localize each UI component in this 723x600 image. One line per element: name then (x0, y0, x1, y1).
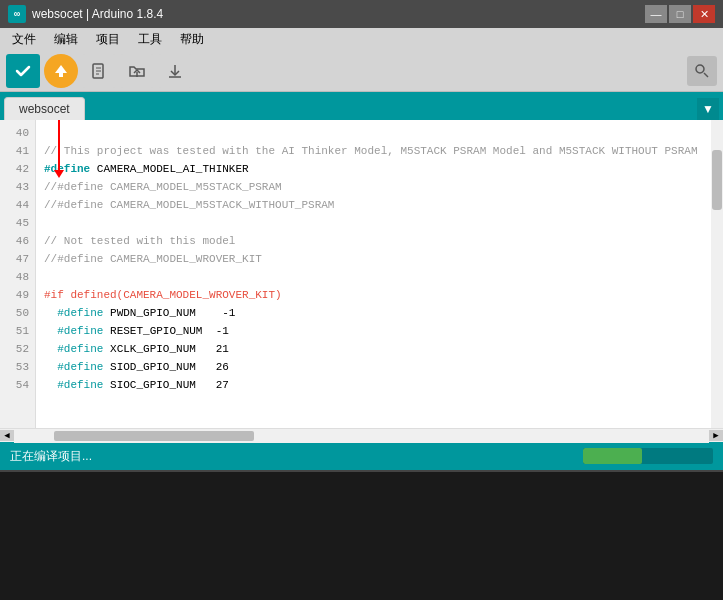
new-file-icon (90, 62, 108, 80)
serial-console[interactable] (0, 470, 723, 600)
menu-edit[interactable]: 编辑 (46, 29, 86, 50)
code-line-47: //#define CAMERA_MODEL_WROVER_KIT (44, 250, 715, 268)
save-icon (166, 62, 184, 80)
scrollbar-track-horizontal[interactable] (14, 429, 709, 443)
search-button[interactable] (687, 56, 717, 86)
menu-file[interactable]: 文件 (4, 29, 44, 50)
verify-button[interactable] (6, 54, 40, 88)
code-line-48 (44, 268, 715, 286)
open-file-icon (128, 62, 146, 80)
scroll-right-button[interactable]: ▶ (709, 430, 723, 441)
close-button[interactable]: ✕ (693, 5, 715, 23)
code-line-42: #define CAMERA_MODEL_AI_THINKER (44, 160, 715, 178)
code-line-41: // This project was tested with the AI T… (44, 142, 715, 160)
tab-bar: websocet ▼ (0, 92, 723, 120)
toolbar (0, 50, 723, 92)
scrollbar-thumb-vertical[interactable] (712, 150, 722, 210)
svg-point-8 (696, 65, 704, 73)
code-line-44: //#define CAMERA_MODEL_M5STACK_WITHOUT_P… (44, 196, 715, 214)
upload-button[interactable] (44, 54, 78, 88)
app-icon: ∞ (8, 5, 26, 23)
check-icon (14, 62, 32, 80)
code-line-49: #if defined(CAMERA_MODEL_WROVER_KIT) (44, 286, 715, 304)
code-line-52: #define XCLK_GPIO_NUM 21 (44, 340, 715, 358)
window-title: websocet | Arduino 1.8.4 (32, 7, 639, 21)
minimize-button[interactable]: — (645, 5, 667, 23)
svg-marker-0 (55, 65, 67, 77)
code-line-45 (44, 214, 715, 232)
scrollbar-thumb-horizontal[interactable] (54, 431, 254, 441)
menu-help[interactable]: 帮助 (172, 29, 212, 50)
tab-websocet[interactable]: websocet (4, 97, 85, 120)
code-line-50: #define PWDN_GPIO_NUM -1 (44, 304, 715, 322)
maximize-button[interactable]: □ (669, 5, 691, 23)
scroll-left-button[interactable]: ◀ (0, 430, 14, 441)
code-line-43: //#define CAMERA_MODEL_M5STACK_PSRAM (44, 178, 715, 196)
vertical-scrollbar[interactable] (711, 120, 723, 428)
open-button[interactable] (120, 54, 154, 88)
code-line-40 (44, 124, 715, 142)
compile-progress-fill (583, 448, 642, 464)
code-editor[interactable]: // This project was tested with the AI T… (36, 120, 723, 428)
editor-container: 40 41 42 43 44 45 46 47 48 49 50 51 52 5… (0, 120, 723, 428)
compile-progress-bar-container (583, 448, 713, 464)
code-line-46: // Not tested with this model (44, 232, 715, 250)
code-line-51: #define RESET_GPIO_NUM -1 (44, 322, 715, 340)
save-button[interactable] (158, 54, 192, 88)
svg-line-9 (704, 73, 708, 77)
window-controls: — □ ✕ (645, 5, 715, 23)
tab-dropdown-button[interactable]: ▼ (697, 98, 719, 120)
line-numbers: 40 41 42 43 44 45 46 47 48 49 50 51 52 5… (0, 120, 36, 428)
compile-status-text: 正在编译项目... (10, 448, 92, 465)
menu-bar: 文件 编辑 项目 工具 帮助 (0, 28, 723, 50)
menu-tools[interactable]: 工具 (130, 29, 170, 50)
code-line-53: #define SIOD_GPIO_NUM 26 (44, 358, 715, 376)
red-arrow-annotation (58, 120, 60, 172)
title-bar: ∞ websocet | Arduino 1.8.4 — □ ✕ (0, 0, 723, 28)
menu-project[interactable]: 项目 (88, 29, 128, 50)
code-line-54: #define SIOC_GPIO_NUM 27 (44, 376, 715, 394)
search-icon (694, 63, 710, 79)
upload-arrow-icon (53, 63, 69, 79)
horizontal-scrollbar[interactable]: ◀ ▶ (0, 428, 723, 442)
compile-bar: 正在编译项目... (0, 442, 723, 470)
new-button[interactable] (82, 54, 116, 88)
